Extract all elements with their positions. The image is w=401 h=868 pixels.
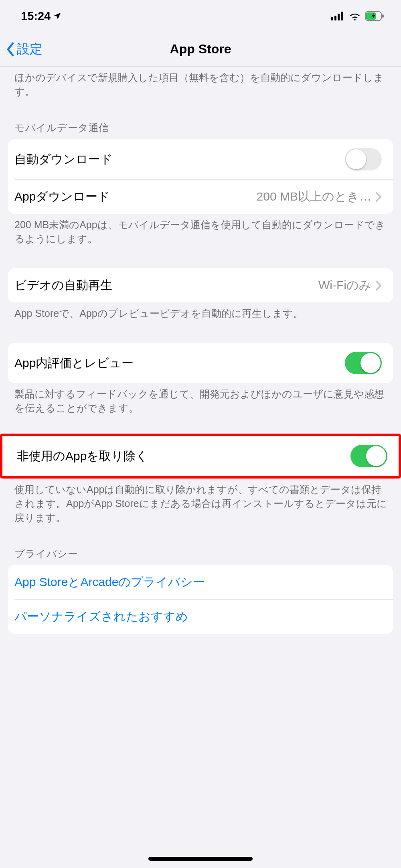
offload-switch[interactable] bbox=[350, 445, 387, 467]
top-footer-text: ほかのデバイスで新規購入した項目（無料を含む）を自動的にダウンロードします。 bbox=[0, 67, 401, 99]
video-group: ビデオの自動再生 Wi-Fiのみ bbox=[8, 268, 393, 302]
offload-group: 非使用のAppを取り除く bbox=[0, 434, 401, 479]
cellular-header: モバイルデータ通信 bbox=[0, 99, 401, 139]
video-autoplay-detail: Wi-Fiのみ bbox=[318, 277, 371, 294]
video-autoplay-row[interactable]: ビデオの自動再生 Wi-Fiのみ bbox=[8, 268, 393, 302]
app-download-detail: 200 MB以上のとき… bbox=[257, 189, 371, 205]
status-left: 15:24 bbox=[21, 10, 62, 23]
app-download-label: Appダウンロード bbox=[14, 189, 110, 205]
svg-rect-5 bbox=[382, 14, 384, 18]
chevron-right-icon bbox=[375, 192, 382, 202]
rating-group: App内評価とレビュー bbox=[8, 343, 393, 383]
cellular-signal-icon bbox=[331, 12, 345, 20]
privacy-appstore-label: App StoreとArcadeのプライバシー bbox=[14, 574, 205, 590]
rating-row[interactable]: App内評価とレビュー bbox=[8, 343, 393, 383]
battery-charging-icon bbox=[365, 11, 384, 21]
rating-footer: 製品に対するフィードバックを通じて、開発元およびほかのユーザに意見や感想を伝える… bbox=[0, 383, 401, 415]
svg-rect-2 bbox=[338, 14, 340, 20]
app-download-row[interactable]: Appダウンロード 200 MB以上のとき… bbox=[14, 179, 393, 214]
nav-bar: 設定 App Store bbox=[0, 32, 401, 67]
privacy-personalized-row[interactable]: パーソナライズされたおすすめ bbox=[14, 599, 393, 634]
privacy-personalized-label: パーソナライズされたおすすめ bbox=[14, 608, 188, 625]
cellular-footer: 200 MB未満のAppは、モバイルデータ通信を使用して自動的にダウンロードでき… bbox=[0, 214, 401, 246]
svg-rect-1 bbox=[334, 16, 336, 20]
offload-label: 非使用のAppを取り除く bbox=[17, 448, 148, 464]
home-indicator[interactable] bbox=[148, 857, 253, 861]
svg-rect-3 bbox=[341, 12, 343, 20]
video-autoplay-label: ビデオの自動再生 bbox=[14, 277, 112, 294]
privacy-group: App StoreとArcadeのプライバシー パーソナライズされたおすすめ bbox=[8, 565, 393, 634]
status-time: 15:24 bbox=[21, 10, 51, 23]
auto-download-row[interactable]: 自動ダウンロード bbox=[8, 139, 393, 179]
wifi-icon bbox=[349, 12, 361, 20]
status-right bbox=[331, 11, 384, 21]
offload-footer: 使用していないAppは自動的に取り除かれますが、すべての書類とデータは保持されま… bbox=[0, 479, 401, 525]
auto-download-switch[interactable] bbox=[345, 148, 382, 170]
auto-download-label: 自動ダウンロード bbox=[14, 151, 113, 168]
privacy-appstore-row[interactable]: App StoreとArcadeのプライバシー bbox=[8, 565, 393, 599]
offload-row[interactable]: 非使用のAppを取り除く bbox=[2, 436, 399, 476]
status-bar: 15:24 bbox=[0, 0, 401, 32]
svg-rect-0 bbox=[331, 17, 333, 20]
privacy-header: プライバシー bbox=[0, 525, 401, 565]
cellular-group: 自動ダウンロード Appダウンロード 200 MB以上のとき… bbox=[8, 139, 393, 214]
rating-label: App内評価とレビュー bbox=[14, 355, 134, 371]
chevron-right-icon bbox=[375, 280, 382, 291]
rating-switch[interactable] bbox=[345, 352, 382, 374]
page-title: App Store bbox=[0, 42, 401, 57]
location-icon bbox=[53, 12, 62, 20]
video-footer: App Storeで、Appのプレビュービデオを自動的に再生します。 bbox=[0, 302, 401, 320]
